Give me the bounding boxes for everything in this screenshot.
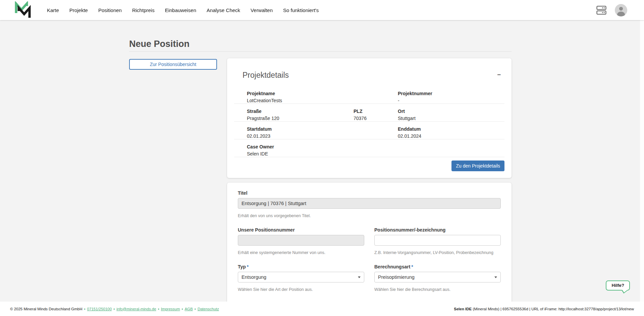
positionsnummer-help-text: Z.B. Interne-Vorgangsnummer, LV-Position… [374, 250, 501, 255]
titel-field-group: Titel Erhält den von uns vorgegebenen Ti… [238, 190, 501, 218]
nav-item-karte[interactable]: Karte [47, 7, 59, 13]
unsere-positionsnummer-input [238, 235, 364, 246]
detail-row-dates: Startdatum 02.01.2023 Enddatum 02.01.202… [234, 121, 504, 139]
nav-item-analyse-check[interactable]: Analyse Check [207, 7, 240, 13]
server-stack-icon[interactable] [596, 6, 606, 15]
unsere-positionsnummer-field-group: Unsere Positionsnummer Erhält eine syste… [238, 227, 364, 255]
page-title: Neue Position [129, 39, 512, 49]
berechnungsart-field-group: Berechnungsart* Preisoptimierung Wählen … [374, 264, 501, 292]
main-menu: Karte Projekte Positionen Richtpreis Ein… [47, 7, 319, 13]
berechnungsart-select[interactable]: Preisoptimierung [374, 272, 501, 282]
back-to-positions-button[interactable]: Zur Positionsübersicht [129, 59, 217, 70]
right-column: Projektdetails – Projektname LotCreation… [227, 58, 512, 316]
help-button[interactable]: Hilfe? [606, 280, 630, 291]
logo-icon [13, 1, 32, 19]
positionsnummer-label: Positionsnummer/-bezeichnung [374, 227, 501, 233]
collapse-card-button[interactable]: – [495, 71, 503, 78]
chevron-down-icon [494, 276, 497, 278]
nav-item-so-funktionierts[interactable]: So funktioniert's [283, 7, 319, 13]
field-plz: PLZ 70376 [341, 109, 385, 121]
page-footer: © 2025 Mineral Minds Deutschland GmbH • … [0, 302, 644, 316]
field-ort: Ort Stuttgart [385, 109, 504, 121]
positionsnummer-field-group: Positionsnummer/-bezeichnung Z.B. Intern… [374, 227, 501, 255]
typ-field-group: Typ* Entsorgung Wählen Sie hier die Art … [238, 264, 364, 292]
detail-row-name-number: Projektname LotCreationTests Projektnumm… [234, 91, 504, 104]
field-projektname: Projektname LotCreationTests [234, 91, 341, 103]
unsere-positionsnummer-label: Unsere Positionsnummer [238, 227, 364, 233]
session-user: Selen IDE [454, 307, 472, 311]
field-startdatum: Startdatum 02.01.2023 [234, 126, 341, 139]
go-to-project-details-button[interactable]: Zu den Projektdetails [451, 161, 504, 171]
field-strasse: Straße Pragstraße 120 [234, 109, 341, 121]
new-position-form-card: Titel Erhält den von uns vorgegebenen Ti… [227, 183, 512, 316]
titel-help-text: Erhält den von uns vorgegebenen Titel. [238, 213, 501, 218]
top-navbar: Karte Projekte Positionen Richtpreis Ein… [0, 0, 644, 20]
mineral-minds-logo[interactable] [13, 1, 32, 19]
field-case-owner: Case Owner Selen IDE [234, 144, 341, 156]
scrollbar-track[interactable] [640, 20, 644, 316]
chevron-down-icon [358, 276, 361, 278]
nav-item-verwalten[interactable]: Verwalten [251, 7, 273, 13]
field-enddatum: Enddatum 02.01.2024 [385, 126, 504, 139]
main-content: Neue Position Zur Positionsübersicht Pro… [129, 39, 512, 316]
title-divider [129, 51, 512, 52]
titel-input [238, 198, 501, 209]
speech-bubble-tail [622, 287, 628, 293]
typ-select[interactable]: Entsorgung [238, 272, 364, 282]
footer-link-datenschutz[interactable]: Datenschutz [198, 307, 219, 311]
footer-link-email[interactable]: info@mineral-minds.de [116, 307, 156, 311]
unsere-positionsnummer-help-text: Erhält eine systemgenerierte Nummer von … [238, 250, 364, 255]
project-details-card: Projektdetails – Projektname LotCreation… [227, 58, 512, 178]
navbar-right-icons [596, 4, 627, 16]
footer-link-phone[interactable]: 07151/250100 [87, 307, 112, 311]
detail-row-address: Straße Pragstraße 120 PLZ 70376 Ort Stut… [234, 104, 504, 121]
nav-item-einbauweisen[interactable]: Einbauweisen [165, 7, 196, 13]
nav-item-projekte[interactable]: Projekte [69, 7, 88, 13]
typ-label: Typ* [238, 264, 364, 269]
detail-row-case-owner: Case Owner Selen IDE [234, 139, 504, 157]
nav-item-positionen[interactable]: Positionen [98, 7, 122, 13]
copyright-text: © 2025 Mineral Minds Deutschland GmbH [10, 307, 83, 311]
required-asterisk: * [411, 264, 413, 269]
berechnungsart-help-text: Wählen Sie hier die Berechnungsart aus. [374, 287, 501, 292]
project-details-grid: Projektname LotCreationTests Projektnumm… [232, 91, 506, 171]
typ-help-text: Wählen Sie hier die Art der Position aus… [238, 287, 364, 292]
titel-label: Titel [238, 190, 501, 196]
footer-link-agb[interactable]: AGB [185, 307, 193, 311]
required-asterisk: * [247, 264, 249, 269]
nav-item-richtpreis[interactable]: Richtpreis [132, 7, 155, 13]
footer-link-impressum[interactable]: Impressum [161, 307, 180, 311]
project-card-title: Projektdetails [243, 71, 289, 79]
field-projektnummer: Projektnummer - [385, 91, 504, 103]
session-info: Selen IDE (Mineral Minds) | 69576255536d… [454, 307, 634, 311]
berechnungsart-label: Berechnungsart* [374, 264, 501, 269]
footer-links: © 2025 Mineral Minds Deutschland GmbH • … [10, 307, 219, 311]
user-avatar-icon[interactable] [615, 4, 627, 16]
positionsnummer-input[interactable] [374, 235, 501, 246]
left-column: Zur Positionsübersicht [129, 58, 217, 70]
